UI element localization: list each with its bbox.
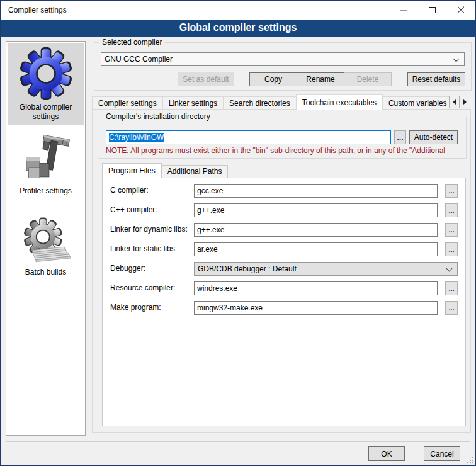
settings-sidebar: Global compiler settings Profiler setti [6, 41, 86, 436]
gray-gear-stack-icon [21, 217, 71, 266]
copy-button[interactable]: Copy [249, 72, 297, 86]
ok-button[interactable]: OK [368, 446, 405, 461]
compiler-select-value: GNU GCC Compiler [105, 55, 173, 64]
cpp-compiler-input[interactable] [194, 203, 438, 217]
programs-notebook-tabbar: Program Files Additional Paths [102, 163, 227, 178]
window-title: Compiler settings [8, 6, 67, 14]
dynamic-linker-input[interactable] [194, 223, 438, 237]
debugger-select[interactable]: GDB/CDB debugger : Default [194, 262, 458, 276]
installation-directory-input[interactable]: C:\raylib\MinGW [106, 130, 391, 144]
debugger-select-value: GDB/CDB debugger : Default [198, 264, 297, 273]
c-compiler-input[interactable] [194, 184, 438, 198]
field-label: Linker for static libs: [110, 244, 177, 253]
tab-scroll-left-button[interactable] [449, 96, 460, 108]
group-label: Selected compiler [99, 38, 164, 47]
set-as-default-button[interactable]: Set as default [178, 72, 234, 86]
arrow-right-icon [463, 99, 469, 105]
minimize-icon [400, 10, 407, 11]
delete-button[interactable]: Delete [344, 72, 392, 86]
window-controls [388, 1, 475, 20]
cancel-button[interactable]: Cancel [424, 446, 460, 461]
dynamic-linker-browse-button[interactable]: ... [445, 223, 458, 237]
blue-gear-icon [18, 46, 74, 101]
toolchain-executables-panel: Compiler's installation directory C:\ray… [92, 109, 471, 433]
close-button[interactable] [446, 1, 475, 20]
arrow-left-icon [450, 99, 456, 105]
sidebar-item-global-compiler-settings[interactable]: Global compiler settings [8, 43, 84, 125]
maximize-button[interactable] [417, 1, 446, 20]
resource-compiler-input[interactable] [194, 281, 438, 295]
rename-button[interactable]: Rename [297, 72, 344, 86]
chevron-down-icon [453, 56, 460, 62]
static-linker-input[interactable] [194, 242, 438, 256]
browse-directory-button[interactable]: ... [394, 130, 406, 144]
caliper-icon [20, 134, 72, 185]
sidebar-item-label: Profiler settings [20, 186, 72, 196]
field-row-dynamic-linker: Linker for dynamic libs: ... [103, 223, 465, 237]
selected-text: C:\raylib\MinGW [109, 133, 164, 142]
static-linker-browse-button[interactable]: ... [445, 242, 458, 256]
field-row-static-linker: Linker for static libs: ... [103, 242, 465, 256]
reset-defaults-button[interactable]: Reset defaults [407, 72, 465, 86]
tab-additional-paths[interactable]: Additional Paths [161, 165, 229, 178]
chevron-down-icon [446, 266, 453, 272]
field-label: C compiler: [110, 186, 149, 195]
installation-directory-group: Compiler's installation directory C:\ray… [98, 116, 467, 159]
tab-custom-variables[interactable]: Custom variables [382, 96, 449, 110]
auto-detect-button[interactable]: Auto-detect [409, 130, 458, 144]
compiler-select[interactable]: GNU GCC Compiler [101, 52, 465, 66]
make-program-input[interactable] [194, 301, 438, 315]
field-row-cpp-compiler: C++ compiler: ... [103, 203, 465, 217]
field-row-make-program: Make program: ... [103, 301, 465, 315]
program-files-page: C compiler: ... C++ compiler: ... Linker… [102, 178, 466, 426]
sidebar-item-label: Batch builds [25, 268, 66, 277]
resize-grip[interactable] [466, 456, 474, 464]
sidebar-item-batch-builds[interactable]: Batch builds [8, 215, 84, 281]
sidebar-item-label: Global compiler settings [8, 103, 84, 122]
tab-program-files[interactable]: Program Files [102, 163, 162, 178]
sidebar-item-profiler-settings[interactable]: Profiler settings [8, 131, 84, 200]
field-row-debugger: Debugger: GDB/CDB debugger : Default [103, 262, 465, 276]
selected-compiler-group: Selected compiler GNU GCC Compiler Set a… [94, 42, 472, 91]
footer-divider [6, 441, 470, 442]
compiler-settings-dialog: Compiler settings Global compiler settin… [0, 0, 476, 466]
tab-toolchain-executables[interactable]: Toolchain executables [296, 94, 383, 110]
tab-compiler-settings[interactable]: Compiler settings [92, 96, 163, 110]
close-icon [457, 6, 465, 14]
field-label: Debugger: [110, 264, 145, 273]
field-label: Resource compiler: [110, 283, 175, 292]
field-label: C++ compiler: [110, 205, 157, 214]
page-title: Global compiler settings [1, 20, 475, 37]
field-row-c-compiler: C compiler: ... [103, 184, 465, 198]
c-compiler-browse-button[interactable]: ... [445, 184, 458, 198]
tab-linker-settings[interactable]: Linker settings [162, 96, 224, 110]
tab-scroll-right-button[interactable] [460, 96, 470, 108]
field-label: Linker for dynamic libs: [110, 225, 188, 234]
cpp-compiler-browse-button[interactable]: ... [445, 203, 458, 217]
title-bar[interactable]: Compiler settings [1, 1, 475, 20]
field-row-resource-compiler: Resource compiler: ... [103, 281, 465, 295]
resource-compiler-browse-button[interactable]: ... [445, 281, 458, 295]
settings-tabbar: Compiler settings Linker settings Search… [92, 94, 449, 110]
tab-search-directories[interactable]: Search directories [223, 96, 297, 110]
note-text: NOTE: All programs must exist either in … [106, 146, 464, 155]
minimize-button[interactable] [388, 1, 417, 20]
field-label: Make program: [110, 303, 161, 312]
make-program-browse-button[interactable]: ... [445, 301, 458, 315]
maximize-icon [429, 7, 436, 13]
group-label: Compiler's installation directory [103, 112, 213, 121]
